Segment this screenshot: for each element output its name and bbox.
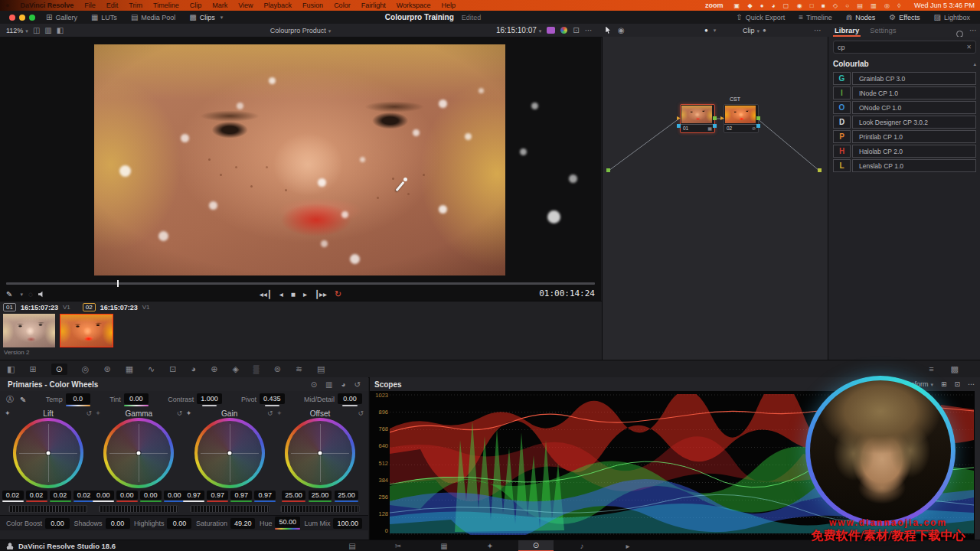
close-traffic-light[interactable] (9, 15, 15, 21)
gain-g-value[interactable]: 0.97 (230, 491, 252, 500)
offset-luminance-icon[interactable]: ✦ (276, 409, 283, 417)
tab-library[interactable]: Library (833, 24, 861, 37)
stop-icon[interactable]: ■ (291, 291, 296, 298)
page-edit-icon[interactable]: ▦ (426, 540, 462, 551)
clip-01-thumbnail[interactable] (3, 314, 55, 347)
offset-master-wheel[interactable] (280, 505, 360, 513)
offset-b-value[interactable]: 25.00 (335, 491, 358, 500)
lift-b-value[interactable]: 0.02 (74, 491, 95, 500)
menu-trim[interactable]: Trim (129, 2, 142, 9)
node-01-rgb-output[interactable] (713, 116, 717, 120)
lift-y-value[interactable]: 0.02 (2, 491, 24, 500)
menu-mark[interactable]: Mark (212, 2, 227, 9)
scopes-scrollbar[interactable] (975, 391, 980, 540)
gain-r-value[interactable]: 0.97 (207, 491, 228, 500)
menu-timeline[interactable]: Timeline (153, 2, 179, 9)
primaries-bars-view-icon[interactable]: ▥ (325, 380, 332, 389)
clear-search-icon[interactable]: ✕ (966, 44, 972, 51)
offset-r-value[interactable]: 25.00 (282, 491, 305, 500)
lift-wheel[interactable] (13, 418, 83, 488)
menu-edit[interactable]: Edit (106, 2, 119, 9)
lightbox-button[interactable]: ▨Lightbox (934, 14, 970, 21)
auto-balance-icon[interactable]: Ⓐ (6, 394, 14, 405)
hue-control[interactable]: Hue 50.00 (260, 517, 300, 530)
offset-wheel[interactable] (285, 418, 355, 488)
node-view-select[interactable]: Clip▾ (743, 27, 760, 34)
clip-01-badge[interactable]: 01 (3, 303, 16, 311)
page-media-icon[interactable]: ▤ (335, 540, 370, 551)
color-wheel-mini-icon[interactable] (560, 27, 567, 34)
saturation-control[interactable]: Saturation 49.20 (196, 518, 256, 529)
gamma-wheel[interactable] (103, 418, 174, 488)
gain-master-wheel[interactable] (190, 505, 270, 513)
curves-icon[interactable]: ∿ (148, 364, 155, 374)
gamma-luminance-icon[interactable]: ✦ (95, 409, 101, 417)
zoom-app-menu[interactable]: zoom (705, 2, 724, 9)
go-to-last-frame-icon[interactable]: ┃▸▸ (315, 291, 327, 298)
node-01[interactable]: 01 ▦ (680, 104, 715, 133)
node-tree-output-port[interactable] (818, 168, 822, 172)
page-color-icon[interactable]: ⊙ (518, 540, 554, 551)
clips-button[interactable]: ▩Clips▾ (189, 14, 223, 21)
node-graph-panel[interactable]: 01 ▦ CST 02 ⊘ (602, 37, 828, 360)
lum-mix-control[interactable]: Lum Mix 100.00 (304, 518, 362, 529)
stereo-3d-icon[interactable]: ▤ (317, 364, 325, 374)
shadows-control[interactable]: Shadows 0.00 (74, 518, 129, 529)
lift-reset-icon[interactable]: ↺ (86, 409, 92, 417)
library-options-icon[interactable]: ⋯ (969, 27, 977, 34)
scope-options-icon[interactable]: ⋯ (968, 380, 975, 388)
library-item-lenslab[interactable]: L Lenslab CP 1.0 (833, 159, 976, 172)
gain-y-value[interactable]: 0.97 (183, 491, 204, 500)
contrast-control[interactable]: Contrast 1.000 (168, 393, 222, 406)
page-fusion-icon[interactable]: ✦ (472, 540, 508, 551)
magic-mask-icon[interactable]: ◈ (232, 364, 238, 374)
menubar-clock[interactable]: Wed Jun 5 3:46 PM (914, 2, 975, 9)
menu-playback[interactable]: Playback (264, 2, 292, 9)
page-deliver-icon[interactable]: ▸ (610, 540, 645, 551)
nodes-button[interactable]: ⋒Nodes (846, 14, 875, 21)
menubar-status-icons[interactable]: ▣ ◆ ● ◕ ▢ ◉ □ ■ ◇ ○ ▤ ▥ ◎ ◊ (734, 2, 904, 9)
gamma-g-value[interactable]: 0.00 (140, 491, 162, 500)
node-02-key-output[interactable] (756, 124, 760, 128)
primaries-wheels-view-icon[interactable]: ⊙ (311, 380, 317, 389)
primaries-log-view-icon[interactable]: ◕ (341, 380, 346, 389)
media-pool-button[interactable]: ▤Media Pool (131, 14, 175, 21)
menu-view[interactable]: View (238, 2, 253, 9)
timeline-button[interactable]: ≡Timeline (799, 14, 832, 21)
white-balance-picker-icon[interactable]: ✎ (20, 396, 26, 404)
node-01-key-input[interactable] (677, 124, 681, 128)
luts-button[interactable]: ▦LUTs (91, 14, 117, 21)
timeline-selector[interactable]: Colourpro Product▾ (270, 27, 332, 34)
gallery-button[interactable]: ⊞Gallery (46, 14, 77, 21)
minimize-traffic-light[interactable] (19, 15, 25, 21)
page-fairlight-icon[interactable]: ♪ (564, 540, 599, 551)
menu-fusion[interactable]: Fusion (302, 2, 323, 9)
maximize-traffic-light[interactable] (29, 15, 35, 21)
go-to-first-frame-icon[interactable]: ◂◂┃ (260, 291, 272, 298)
qualifier-icon[interactable]: ⊡ (169, 364, 176, 374)
node-cache-dot[interactable]: ● (704, 27, 708, 34)
highlights-control[interactable]: Highlights 0.00 (134, 518, 192, 529)
play-icon[interactable]: ▸ (303, 291, 307, 298)
scope-expand-icon[interactable]: ⊡ (954, 380, 960, 388)
collapse-section-icon[interactable]: ▴ (973, 61, 976, 67)
clip-02-badge[interactable]: 02 (83, 303, 96, 311)
node-grade-dot[interactable]: ● (763, 27, 766, 34)
menu-clip[interactable]: Clip (190, 2, 202, 9)
step-back-icon[interactable]: ◂ (279, 291, 283, 298)
library-item-halolab[interactable]: H Halolab CP 2.0 (833, 145, 976, 158)
color-match-icon[interactable]: ⊞ (29, 364, 36, 374)
blur-icon[interactable]: ▒ (253, 364, 260, 373)
hand-tool-icon[interactable]: ◉ (618, 27, 625, 34)
sizing-icon[interactable]: ≋ (296, 364, 302, 374)
menu-workspace[interactable]: Workspace (397, 2, 431, 9)
hdr-wheels-icon[interactable]: ◎ (82, 364, 90, 374)
gamma-b-value[interactable]: 0.00 (164, 491, 185, 500)
scope-grid-icon[interactable]: ⊞ (941, 380, 947, 388)
source-input-port[interactable] (606, 168, 610, 172)
node-02-rgb-output[interactable] (756, 116, 760, 120)
library-section-header[interactable]: Colourlab ▴ (833, 60, 976, 68)
playhead[interactable] (117, 280, 119, 287)
gain-reset-icon[interactable]: ↺ (267, 409, 273, 417)
viewer-options-icon[interactable]: ⋯ (585, 27, 593, 34)
